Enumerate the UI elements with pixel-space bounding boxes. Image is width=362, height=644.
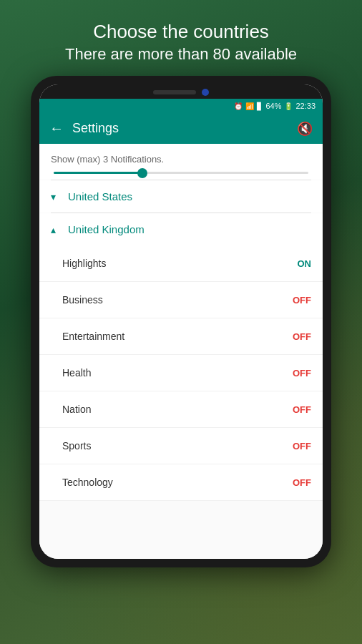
phone-top-bar (39, 84, 323, 99)
app-bar: ← Settings 🔇 (39, 113, 323, 144)
content-area: Show (max) 3 Notifications. ▾ United Sta… (39, 144, 323, 559)
category-health-label: Health (62, 367, 91, 379)
notifications-row: Show (max) 3 Notifications. (39, 144, 323, 180)
united-kingdom-arrow: ▴ (51, 224, 62, 235)
category-nation-status: OFF (293, 404, 311, 415)
slider-fill (54, 172, 143, 174)
category-health-status: OFF (293, 368, 311, 379)
category-nation-label: Nation (62, 404, 91, 415)
slider-thumb[interactable] (137, 168, 147, 178)
mute-button[interactable]: 🔇 (297, 121, 313, 137)
category-entertainment-status: OFF (293, 331, 311, 342)
phone-camera (202, 89, 209, 96)
header-subtitle: There are more than 80 available (65, 44, 297, 65)
category-business[interactable]: Business OFF (39, 282, 323, 318)
notifications-label: Show (max) 3 Notifications. (51, 154, 311, 165)
category-entertainment[interactable]: Entertainment OFF (39, 318, 323, 355)
header-title: Choose the countries (65, 20, 297, 44)
status-icons: ⏰ 📶 ▊ 64% 🔋 22:33 (234, 102, 315, 110)
section-united-kingdom[interactable]: ▴ United Kingdom (39, 213, 323, 245)
category-technology-status: OFF (293, 477, 311, 488)
united-kingdom-title: United Kingdom (68, 223, 145, 235)
section-united-states[interactable]: ▾ United States (39, 180, 323, 213)
clock: 22:33 (295, 102, 315, 110)
category-sports[interactable]: Sports OFF (39, 428, 323, 464)
category-health[interactable]: Health OFF (39, 355, 323, 391)
slider-track (54, 172, 308, 174)
battery-icon: 🔋 (284, 102, 293, 110)
category-sports-label: Sports (62, 440, 91, 452)
back-button[interactable]: ← (49, 120, 64, 137)
alarm-icon: ⏰ (234, 102, 243, 110)
category-business-status: OFF (293, 295, 311, 306)
category-technology-label: Technology (62, 477, 113, 488)
slider-container[interactable] (51, 172, 311, 174)
header-text: Choose the countries There are more than… (65, 20, 297, 64)
phone-speaker (153, 90, 196, 94)
phone-device: ⏰ 📶 ▊ 64% 🔋 22:33 ← Settings 🔇 Show (max… (31, 76, 331, 567)
category-nation[interactable]: Nation OFF (39, 391, 323, 428)
battery-percent: 64% (265, 102, 281, 110)
category-sports-status: OFF (293, 441, 311, 452)
signal-icon: ▊ (257, 102, 263, 110)
category-highlights-status: ON (298, 258, 312, 269)
category-highlights[interactable]: Highlights ON (39, 245, 323, 282)
status-bar: ⏰ 📶 ▊ 64% 🔋 22:33 (39, 99, 323, 113)
category-entertainment-label: Entertainment (62, 331, 124, 342)
category-technology[interactable]: Technology OFF (39, 464, 323, 501)
category-business-label: Business (62, 294, 103, 306)
united-states-arrow: ▾ (51, 191, 62, 203)
app-bar-title: Settings (72, 121, 288, 136)
wifi-icon: 📶 (245, 102, 254, 110)
category-highlights-label: Highlights (62, 258, 106, 269)
phone-screen: ⏰ 📶 ▊ 64% 🔋 22:33 ← Settings 🔇 Show (max… (39, 84, 323, 559)
united-states-title: United States (68, 190, 132, 203)
